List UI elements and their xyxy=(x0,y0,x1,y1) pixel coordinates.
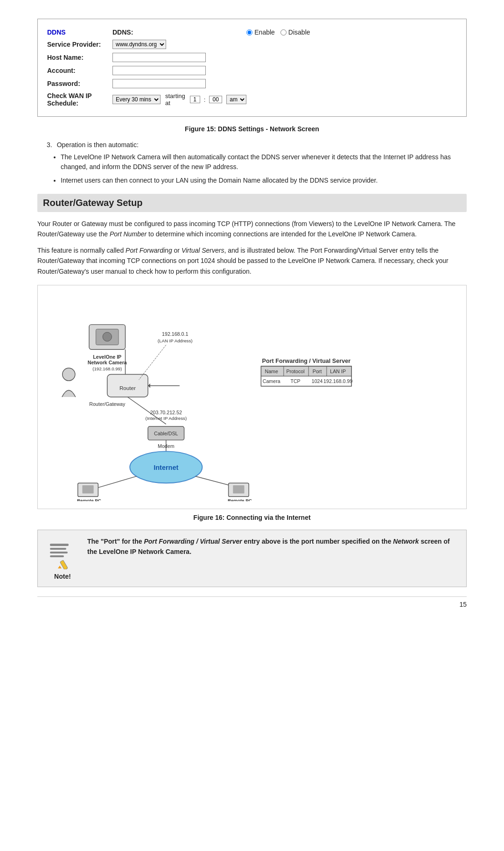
note-text-bold1: The "Port" for the Port Forwarding / Vir… xyxy=(87,538,450,555)
note-pf-italic: Port Forwarding / Virtual Server xyxy=(144,538,242,545)
person-body xyxy=(62,390,76,397)
host-name-label: Host Name: xyxy=(47,51,112,64)
ddns-field-label: DDNS: xyxy=(112,27,246,38)
svg-marker-5 xyxy=(58,566,62,568)
person-head xyxy=(63,368,75,381)
bullet-text-2: Internet users can then connect to your … xyxy=(61,177,378,184)
operation-bullets: The LevelOne IP Network Camera will then… xyxy=(61,152,467,185)
camera-name: LevelOne IP xyxy=(93,354,121,360)
network-diagram: Router LevelOne IP Network Camera (192.1… xyxy=(37,285,467,509)
check-wan-row: Check WAN IP Schedule: Every 30 mins sta… xyxy=(47,90,457,109)
bullet-item-1: The LevelOne IP Network Camera will then… xyxy=(61,152,467,172)
pf-h-port: Port xyxy=(313,369,322,374)
service-provider-value-cell: www.dyndns.org xyxy=(112,38,246,51)
note-label: Note! xyxy=(46,573,79,580)
password-input[interactable] xyxy=(112,79,206,88)
password-value-cell xyxy=(112,77,246,90)
enable-radio-label[interactable]: Enable xyxy=(246,28,275,36)
note-icon: Note! xyxy=(46,537,79,580)
service-provider-select[interactable]: www.dyndns.org xyxy=(112,40,166,49)
router-label-text: Router xyxy=(119,385,136,391)
camera-ip: (192.168.0.99) xyxy=(92,366,122,371)
pf-h-name: Name xyxy=(265,369,278,374)
port-forwarding-italic: Port Forwarding xyxy=(126,247,172,254)
time-separator: : xyxy=(204,96,206,103)
camera-name2: Network Camera xyxy=(88,360,127,365)
camera-circle xyxy=(103,332,112,341)
ddns-form-table: DDNS DDNS: Enable Disable Service Provid… xyxy=(47,27,457,109)
service-provider-row: Service Provider: www.dyndns.org xyxy=(47,38,457,51)
enable-label-text: Enable xyxy=(254,28,275,36)
disable-radio[interactable] xyxy=(280,29,287,35)
line-inet-rpc1 xyxy=(98,476,136,488)
disable-radio-label[interactable]: Disable xyxy=(280,28,310,36)
page-number: 15 xyxy=(37,596,467,608)
bullet-item-2: Internet users can then connect to your … xyxy=(61,176,467,185)
bullet-text-1: The LevelOne IP Network Camera will then… xyxy=(61,153,451,170)
pf-title: Port Forwarding / Virtual Server xyxy=(262,358,351,364)
pf-h-protocol: Protocol xyxy=(287,369,305,374)
account-input[interactable] xyxy=(112,66,206,75)
internet-ip2: (Internet IP Address) xyxy=(145,416,187,421)
figure15-caption: Figure 15: DDNS Settings - Network Scree… xyxy=(37,125,467,133)
section-heading: Router/Gateway Setup xyxy=(37,194,467,212)
enable-radio[interactable] xyxy=(246,29,252,35)
password-label: Password: xyxy=(47,77,112,90)
host-name-value-cell xyxy=(112,51,246,64)
remote-pc1-label: Remote PC xyxy=(77,498,101,501)
ddns-side-label: DDNS xyxy=(47,27,112,38)
account-label: Account: xyxy=(47,64,112,77)
hour-input[interactable] xyxy=(190,96,200,103)
svg-rect-1 xyxy=(50,548,66,550)
ddns-main-row: DDNS DDNS: Enable Disable xyxy=(47,27,457,38)
diagram-svg: Router LevelOne IP Network Camera (192.1… xyxy=(45,293,459,501)
virtual-servers-italic: Virtual Servers xyxy=(182,247,224,254)
pf-r-lanip: 192.168.0.99 xyxy=(323,378,352,384)
svg-rect-2 xyxy=(50,552,68,553)
am-pm-select[interactable]: am pm xyxy=(226,95,246,104)
disable-label-text: Disable xyxy=(288,28,310,36)
check-wan-label-text: Check WAN IP Schedule: xyxy=(47,92,91,107)
note-svg-icon xyxy=(48,537,78,569)
ddns-settings-box: DDNS DDNS: Enable Disable Service Provid… xyxy=(37,19,467,117)
svg-rect-0 xyxy=(50,544,69,546)
operation-text: Operation is then automatic: xyxy=(57,141,139,149)
pf-r-port: 1024 xyxy=(312,378,323,384)
note-text: The "Port" for the Port Forwarding / Vir… xyxy=(87,537,458,557)
lan-ip1: 192.168.0.1 xyxy=(162,331,188,337)
figure16-caption: Figure 16: Connecting via the Internet xyxy=(37,514,467,521)
note-box: Note! The "Port" for the Port Forwarding… xyxy=(37,530,467,587)
check-wan-select[interactable]: Every 30 mins xyxy=(112,95,161,104)
pf-h-lanip: LAN IP xyxy=(330,369,346,374)
remote-pc1-screen xyxy=(82,485,93,493)
pf-r-name: Camera xyxy=(263,378,280,384)
account-row: Account: xyxy=(47,64,457,77)
note-network-italic: Network xyxy=(393,538,419,545)
starting-at-label: starting at xyxy=(165,92,185,106)
internet-ip1: 203.70.212.52 xyxy=(150,410,182,415)
operation-number: 3. xyxy=(47,141,52,149)
svg-rect-3 xyxy=(50,555,64,557)
modem-label1: Cable/DSL xyxy=(154,431,178,436)
port-number-italic: Port Number xyxy=(110,230,147,238)
account-value-cell xyxy=(112,64,246,77)
pf-r-protocol: TCP xyxy=(290,378,300,384)
remote-pc2-screen xyxy=(233,485,244,493)
router-gateway-label: Router/Gateway xyxy=(89,401,126,407)
service-provider-label: Service Provider: xyxy=(47,38,112,51)
operation-item: 3. Operation is then automatic: xyxy=(37,141,467,149)
host-name-row: Host Name: xyxy=(47,51,457,64)
password-row: Password: xyxy=(47,77,457,90)
minute-input[interactable] xyxy=(209,96,222,103)
lan-ip2: (LAN IP Address) xyxy=(158,338,193,343)
internet-label: Internet xyxy=(154,464,178,471)
para2: This feature is normally called Port For… xyxy=(37,245,467,277)
host-name-input[interactable] xyxy=(112,53,206,62)
para1: Your Router or Gateway must be configure… xyxy=(37,219,467,240)
remote-pc2-label: Remote PC xyxy=(228,498,252,501)
check-wan-label: Check WAN IP Schedule: xyxy=(47,90,112,109)
check-wan-value-cell: Every 30 mins starting at : am pm xyxy=(112,90,246,109)
ddns-radio-group: Enable Disable xyxy=(246,27,457,38)
